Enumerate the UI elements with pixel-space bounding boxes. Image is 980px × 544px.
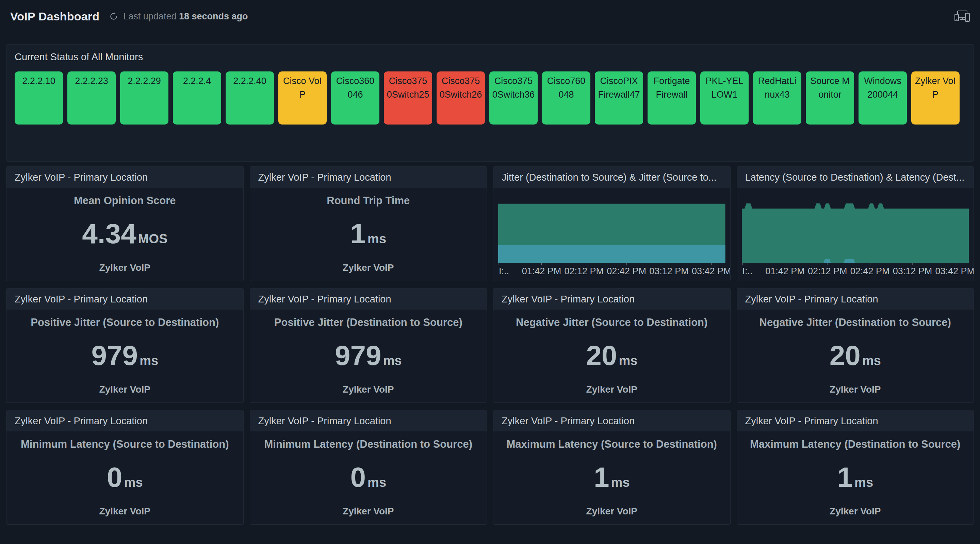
monitor-label: Cisco VoIP <box>283 76 322 100</box>
x-axis-label: I:.. <box>743 266 753 277</box>
widgets-grid: Zylker VoIP - Primary Location Mean Opin… <box>6 166 974 525</box>
monitor-status-tile[interactable]: Windows 200044 <box>859 72 907 124</box>
monitor-label: Cisco360046 <box>336 76 375 100</box>
monitor-label: Cisco760048 <box>547 76 585 100</box>
metric-title: Positive Jitter (Source to Destination) <box>30 317 219 329</box>
monitor-status-tile[interactable]: Fortigate Firewall <box>648 72 696 124</box>
monitor-name-link[interactable]: Zylker VoIP <box>6 262 243 273</box>
metric-value-unit: ms <box>383 353 402 368</box>
metric-value-number: 1 <box>594 463 609 491</box>
x-axis-label: I:.. <box>499 266 509 277</box>
card-body: Minimum Latency (Destination to Source) … <box>250 431 487 524</box>
metric-card-mos: Zylker VoIP - Primary Location Mean Opin… <box>6 166 243 281</box>
card-header: Latency (Source to Destination) & Latenc… <box>737 167 974 188</box>
card-body: Negative Jitter (Destination to Source) … <box>737 310 974 402</box>
card-header: Zylker VoIP - Primary Location <box>493 288 730 310</box>
monitor-label: Cisco3750Switch36 <box>492 76 535 100</box>
monitor-label: 2.2.2.23 <box>75 76 108 86</box>
chart-card-jitter: Jitter (Destination to Source) & Jitter … <box>493 166 730 281</box>
card-body: Positive Jitter (Source to Destination) … <box>6 310 243 402</box>
monitor-status-tile[interactable]: RedHatLinux43 <box>753 72 801 124</box>
card-body: Positive Jitter (Destination to Source) … <box>250 310 487 402</box>
x-axis-label: 02:42 PM <box>607 266 646 277</box>
metric-card-positive-jitter-d2s: Zylker VoIP - Primary Location Positive … <box>250 288 487 403</box>
card-header-title: Zylker VoIP - Primary Location <box>258 294 391 305</box>
refresh-icon <box>109 11 118 21</box>
monitor-status-tile[interactable]: Source Monitor <box>806 72 854 124</box>
monitor-name-link[interactable]: Zylker VoIP <box>6 384 243 395</box>
monitor-status-tile[interactable]: Cisco360046 <box>331 72 379 124</box>
x-axis-label: 03:42 PM <box>692 266 730 277</box>
card-header-title: Zylker VoIP - Primary Location <box>14 415 148 426</box>
last-updated-prefix: Last updated <box>123 11 176 21</box>
chart-body: I:.. 01:42 PM 02:12 PM 02:42 PM 03:12 PM… <box>493 188 730 281</box>
last-updated-text: Last updated 18 seconds ago <box>123 11 248 22</box>
monitor-label: Cisco3750Switch26 <box>440 76 482 100</box>
monitor-status-tile[interactable]: 2.2.2.23 <box>67 72 116 124</box>
card-body: Round Trip Time 1 ms Zylker VoIP <box>250 188 487 281</box>
metric-value-unit: ms <box>862 353 881 368</box>
display-mode-button[interactable] <box>954 10 970 23</box>
card-body: Maximum Latency (Destination to Source) … <box>737 431 974 524</box>
x-axis-label: 02:12 PM <box>565 266 604 277</box>
card-header: Zylker VoIP - Primary Location <box>737 410 974 431</box>
card-header: Zylker VoIP - Primary Location <box>250 410 487 431</box>
monitor-label: 2.2.2.40 <box>233 76 266 86</box>
x-axis-label: 03:12 PM <box>893 266 932 277</box>
card-header-title: Zylker VoIP - Primary Location <box>501 415 635 426</box>
metric-value-number: 4.34 <box>82 220 137 248</box>
card-body: Minimum Latency (Source to Destination) … <box>6 431 243 524</box>
metric-title: Mean Opinion Score <box>74 195 176 207</box>
monitor-status-tile[interactable]: Cisco3750Switch26 <box>437 72 485 124</box>
monitor-status-tile[interactable]: CiscoPIXFirewall47 <box>595 72 643 124</box>
card-header: Zylker VoIP - Primary Location <box>6 288 243 310</box>
metric-card-positive-jitter-s2d: Zylker VoIP - Primary Location Positive … <box>6 288 243 403</box>
jitter-area-chart[interactable] <box>498 204 725 266</box>
monitor-label: Source Monitor <box>810 76 850 100</box>
card-header-title: Zylker VoIP - Primary Location <box>14 172 148 183</box>
card-header: Zylker VoIP - Primary Location <box>737 288 974 310</box>
monitor-status-tile[interactable]: Cisco3750Switch36 <box>489 72 538 124</box>
x-axis-label: 02:42 PM <box>850 266 890 277</box>
refresh-button[interactable] <box>109 11 118 21</box>
monitor-name-link[interactable]: Zylker VoIP <box>250 262 487 273</box>
monitor-name-link[interactable]: Zylker VoIP <box>493 506 730 517</box>
monitor-label: Cisco3750Switch25 <box>387 76 430 100</box>
card-header-title: Zylker VoIP - Primary Location <box>745 415 878 426</box>
monitor-status-tile[interactable]: PKL-YELLOW1 <box>700 72 749 124</box>
monitor-status-tile[interactable]: 2.2.2.40 <box>226 72 274 124</box>
monitor-status-tile[interactable]: Cisco VoIP <box>278 72 327 124</box>
monitor-status-tile[interactable]: Cisco3750Switch25 <box>384 72 432 124</box>
card-header: Jitter (Destination to Source) & Jitter … <box>493 167 730 188</box>
topbar: VoIP Dashboard Last updated 18 seconds a… <box>0 0 980 33</box>
metric-card-rtt: Zylker VoIP - Primary Location Round Tri… <box>250 166 487 281</box>
metric-value-number: 0 <box>107 463 123 491</box>
monitor-name-link[interactable]: Zylker VoIP <box>737 506 974 517</box>
monitor-name-link[interactable]: Zylker VoIP <box>6 506 243 517</box>
monitor-label: Zylker VoIP <box>915 76 956 100</box>
metric-value-unit: ms <box>368 232 386 246</box>
monitor-label: RedHatLinux43 <box>758 76 797 100</box>
monitor-status-tile[interactable]: 2.2.2.29 <box>120 72 169 124</box>
card-header-title: Zylker VoIP - Primary Location <box>258 415 391 426</box>
monitor-name-link[interactable]: Zylker VoIP <box>737 384 974 395</box>
card-body: Negative Jitter (Source to Destination) … <box>493 310 730 402</box>
monitor-name-link[interactable]: Zylker VoIP <box>493 384 730 395</box>
monitor-status-tile[interactable]: Zylker VoIP <box>911 72 959 124</box>
monitor-name-link[interactable]: Zylker VoIP <box>250 384 487 395</box>
card-header-title: Zylker VoIP - Primary Location <box>745 294 878 305</box>
metric-title: Minimum Latency (Destination to Source) <box>264 438 472 450</box>
monitor-status-tile[interactable]: 2.2.2.10 <box>14 72 63 124</box>
metric-title: Maximum Latency (Source to Destination) <box>507 438 717 450</box>
monitor-label: 2.2.2.10 <box>22 76 56 86</box>
latency-area-chart[interactable] <box>742 204 969 266</box>
metric-value-number: 979 <box>91 342 138 369</box>
last-updated-value: 18 seconds ago <box>179 11 248 21</box>
monitor-name-link[interactable]: Zylker VoIP <box>250 506 487 517</box>
monitor-status-tile[interactable]: 2.2.2.4 <box>173 72 221 124</box>
monitor-label: 2.2.2.4 <box>183 76 211 86</box>
page-title: VoIP Dashboard <box>10 10 99 23</box>
metric-value-unit: ms <box>854 475 873 490</box>
monitor-status-tile[interactable]: Cisco760048 <box>542 72 590 124</box>
card-header: Zylker VoIP - Primary Location <box>6 410 243 431</box>
